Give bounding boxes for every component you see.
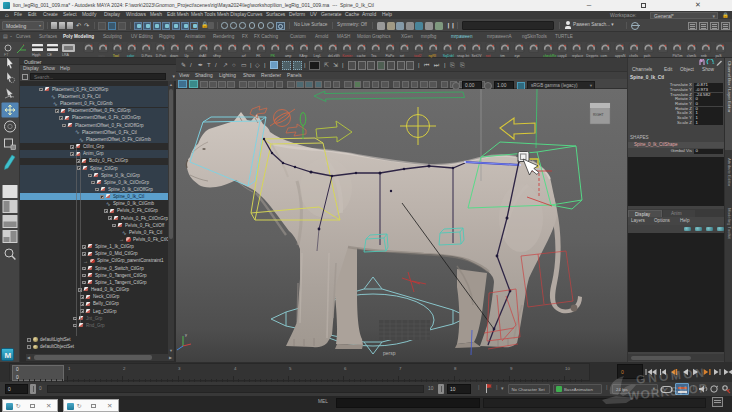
svg-text:nnb: nnb: [701, 54, 707, 58]
svg-text:tim: tim: [500, 54, 505, 58]
svg-text:Tool: Tool: [113, 54, 119, 58]
svg-text:Tea: Tea: [371, 54, 377, 58]
svg-text:arf: arf: [242, 54, 246, 58]
svg-text:dnAll: dnAll: [199, 54, 207, 58]
svg-text:D-Para: D-Para: [141, 54, 152, 58]
svg-text:swtc: swtc: [98, 54, 105, 58]
svg-text:net: net: [486, 54, 491, 58]
svg-text:CE: CE: [47, 53, 53, 57]
svg-text:Up: Up: [184, 54, 188, 58]
svg-text:FK: FK: [256, 54, 261, 58]
svg-text:PikTim: PikTim: [672, 54, 682, 58]
svg-text:FT: FT: [4, 53, 9, 57]
svg-text:KAnp: KAnp: [299, 54, 307, 58]
svg-text:PK: PK: [271, 54, 276, 58]
svg-text:amp: amp: [285, 54, 292, 58]
svg-text:RIGHT: RIGHT: [593, 113, 604, 117]
svg-text:Hggh: Hggh: [32, 53, 41, 57]
svg-text:LRA: LRA: [62, 53, 70, 57]
svg-text:SqDsbl: SqDsbl: [443, 54, 454, 58]
svg-text:tool2: tool2: [414, 54, 421, 58]
svg-text:com: com: [601, 54, 608, 58]
svg-text:y: y: [185, 332, 187, 337]
svg-text:set: set: [400, 54, 405, 58]
svg-text:snap.Int: snap.Int: [457, 54, 469, 58]
svg-text:appsiN: appsiN: [615, 54, 626, 58]
svg-text:color: color: [127, 54, 135, 58]
svg-text:Depprts: Depprts: [586, 54, 598, 58]
svg-text:eye: eye: [515, 54, 521, 58]
svg-text:ngRll: ngRll: [428, 54, 436, 58]
svg-text:sEnp: sEnp: [213, 54, 221, 58]
svg-text:down: down: [170, 54, 178, 58]
svg-text:D-Poin: D-Poin: [156, 54, 166, 58]
svg-text:replace: replace: [572, 54, 583, 58]
svg-text:Konter: Konter: [342, 54, 353, 58]
svg-text:cache: cache: [357, 54, 366, 58]
svg-text:copy4: copy4: [558, 54, 567, 58]
svg-text:LegL: LegL: [314, 54, 322, 58]
svg-text:SetOV: SetOV: [472, 54, 483, 58]
svg-text:chells: chells: [629, 54, 638, 58]
svg-text:checkRe: checkRe: [543, 54, 556, 58]
svg-text:paS: paS: [715, 54, 722, 58]
svg-text:FlaPo: FlaPo: [385, 54, 394, 58]
svg-text:clsmlk: clsmlk: [687, 54, 697, 58]
svg-text:path: path: [644, 54, 651, 58]
svg-text:deLeWt: deLeWt: [328, 54, 340, 58]
